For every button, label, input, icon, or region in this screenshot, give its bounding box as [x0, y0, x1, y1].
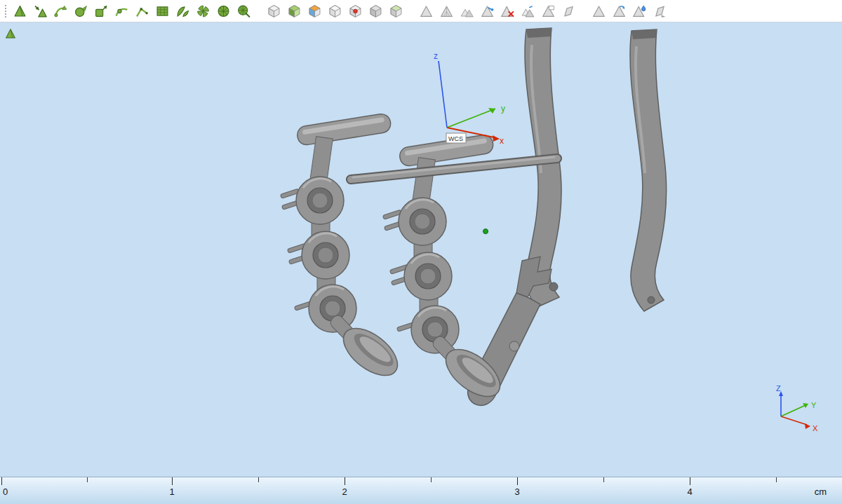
radial-sectors-icon[interactable] — [215, 2, 232, 20]
fill-holes-icon[interactable] — [72, 2, 90, 20]
split-regions-icon[interactable] — [174, 2, 192, 20]
sew-triangle-icon[interactable] — [631, 2, 648, 20]
model-lever-detached[interactable] — [630, 29, 667, 311]
ruler-minor-tick — [776, 477, 777, 482]
patch-region-icon[interactable] — [93, 2, 110, 20]
wcs-triad: z y x WCS — [434, 51, 505, 146]
mesh-orientation-icon[interactable] — [32, 2, 49, 20]
pinwheel-sectors-icon[interactable] — [194, 2, 212, 20]
shaded-mesh-icon[interactable] — [11, 2, 29, 20]
ruler-major-tick — [345, 477, 345, 485]
view-cube-colored-icon[interactable] — [306, 2, 323, 20]
ruler-major-tick — [517, 477, 518, 485]
model-plate-1[interactable] — [280, 113, 406, 385]
ruler-major-tick — [1, 477, 2, 485]
wcs-label-text: WCS — [448, 135, 463, 142]
refine-triangle-icon[interactable] — [610, 2, 628, 20]
textured-region-icon[interactable] — [154, 2, 171, 20]
inspect-sectors-icon[interactable] — [235, 2, 253, 20]
smooth-curve-icon[interactable] — [113, 2, 131, 20]
invert-orientation-icon[interactable] — [52, 2, 69, 20]
scale-ruler: cm 01234 — [0, 477, 842, 504]
view-cube-wireframe-icon[interactable] — [265, 2, 283, 20]
triangle-wireframe-icon[interactable] — [438, 2, 455, 20]
viewport-3d[interactable]: z y x WCS Z Y X — [0, 22, 842, 477]
duplicate-triangle-icon[interactable] — [519, 2, 537, 20]
ruler-tick-label: 4 — [687, 486, 692, 497]
ruler-tick-label: 1 — [169, 486, 174, 497]
mesh-tools-group — [11, 2, 253, 20]
view-cube-half-green-icon[interactable] — [387, 2, 405, 20]
skew-face-icon[interactable] — [560, 2, 577, 20]
ruler-minor-tick — [603, 477, 604, 482]
orient-triangle-icon[interactable] — [479, 2, 496, 20]
single-triangle-icon[interactable] — [590, 2, 608, 20]
ruler-major-tick — [690, 477, 690, 485]
triangulation-tools-group — [417, 2, 577, 20]
wcs-x-label: x — [500, 136, 504, 146]
toolbar-drag-handle[interactable] — [4, 4, 7, 18]
nav-triad[interactable]: Z Y X — [776, 384, 818, 433]
view-cube-light-icon[interactable] — [326, 2, 344, 20]
nav-z-label: Z — [776, 384, 781, 393]
ruler-unit-label: cm — [815, 486, 827, 497]
view-cube-marked-icon[interactable] — [347, 2, 364, 20]
face-tools-group — [590, 2, 669, 20]
ruler-tick-label: 2 — [342, 486, 347, 497]
nav-x-label: X — [813, 424, 818, 433]
skew-face-check-icon[interactable] — [651, 2, 669, 20]
ruler-minor-tick — [431, 477, 432, 482]
ruler-tick-label: 3 — [514, 486, 519, 497]
view-cube-green-icon[interactable] — [286, 2, 303, 20]
ruler-major-tick — [172, 477, 173, 485]
ruler-minor-tick — [87, 477, 88, 482]
view-cube-shaded-icon[interactable] — [367, 2, 385, 20]
toolbar-icon-groups — [11, 2, 681, 20]
cad-application: z y x WCS Z Y X cm 01234 — [0, 0, 842, 504]
origin-point[interactable] — [483, 229, 488, 234]
model-canvas[interactable]: z y x WCS Z Y X — [0, 22, 842, 477]
main-toolbar — [0, 0, 842, 22]
model-lever-attached[interactable] — [468, 28, 561, 405]
flat-triangle-icon[interactable] — [417, 2, 435, 20]
merge-triangles-icon[interactable] — [458, 2, 476, 20]
triangle-sheet-icon[interactable] — [540, 2, 557, 20]
delete-triangle-icon[interactable] — [499, 2, 516, 20]
wcs-y-label: y — [501, 104, 505, 114]
nav-y-label: Y — [811, 401, 817, 409]
polyline-angle-icon[interactable] — [133, 2, 151, 20]
wcs-z-label: z — [434, 51, 438, 61]
ruler-minor-tick — [258, 477, 259, 482]
model-rod[interactable] — [351, 157, 557, 179]
ruler-tick-label: 0 — [3, 486, 8, 497]
view-cubes-group — [265, 2, 405, 20]
